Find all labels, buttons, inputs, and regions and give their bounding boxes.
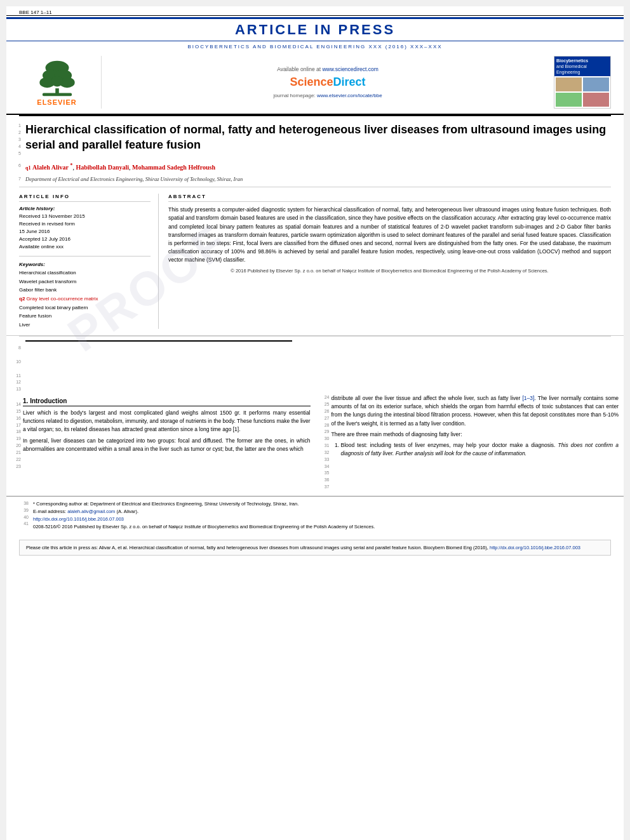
intro-para2: In general, liver diseases can be catego…	[23, 437, 311, 453]
abstract-heading: ABSTRACT	[168, 194, 611, 202]
body-left-linenums: 14 15 16 17 18 19 20 21 22 23	[11, 394, 23, 491]
body-right-linenums: 24 25 26 27 28 29 30 31 32 33 34 35 36 3…	[320, 394, 332, 491]
keywords-label: Keywords:	[19, 262, 151, 267]
page: PROOF BBE 147 1–11 ARTICLE IN PRESS BIOC…	[6, 6, 624, 840]
citation-box: Please cite this article in press as: Al…	[19, 540, 611, 556]
issn-text: 0208-5216/© 2016 Published by Elsevier S…	[33, 523, 611, 531]
authors-line: q1 Alaleh Alivar *, Habibollah Danyali, …	[25, 163, 619, 171]
journal-thumb-2	[583, 77, 609, 91]
doi-link[interactable]: http://dx.doi.org/10.1016/j.bbe.2016.07.…	[33, 516, 124, 522]
journal-thumb-1	[556, 77, 582, 91]
affiliation: Department of Electrical and Electronics…	[25, 176, 619, 182]
journal-thumb-4	[583, 93, 609, 107]
elsevier-text: ELSEVIER	[37, 98, 76, 106]
citation-doi-link[interactable]: http://dx.doi.org/10.1016/j.bbe.2016.07.…	[490, 545, 580, 550]
citation-text: Please cite this article in press as: Al…	[26, 544, 604, 551]
header-center: Available online at www.sciencedirect.co…	[102, 56, 554, 109]
received-date: Received 13 November 2015	[19, 213, 151, 220]
copyright-text: © 2016 Published by Elsevier Sp. z o.o. …	[168, 268, 611, 275]
available-online-text: Available online at www.sciencedirect.co…	[277, 66, 379, 72]
journal-thumb-3	[556, 93, 582, 107]
intro-section-title: 1. Introduction	[23, 397, 311, 406]
journal-name-bar: BIOCYBERNETICS AND BIOMEDICAL ENGINEERIN…	[6, 43, 624, 51]
intro-para-right1: distribute all over the liver tissue and…	[332, 394, 619, 428]
abstract-text: This study presents a computer-aided dia…	[168, 206, 611, 264]
q1-marker: q1	[25, 165, 30, 171]
keyword-0: Hierarchical classification	[19, 269, 151, 277]
elsevier-logo: ELSEVIER	[19, 56, 102, 109]
keyword-2: Gabor filter bank	[19, 286, 151, 295]
journal-homepage-link[interactable]: www.elsevier.com/locate/bbe	[317, 93, 382, 98]
intro-para1: Liver which is the body's largest and mo…	[23, 409, 311, 434]
keyword-1: Wavelet packet transform	[19, 277, 151, 286]
journal-homepage: journal homepage: www.elsevier.com/locat…	[273, 93, 382, 98]
keyword-3: q2 Gray level co-occurrence matrix	[19, 295, 151, 303]
aip-banner: ARTICLE IN PRESS	[6, 17, 624, 41]
elsevier-tree-icon	[29, 59, 86, 97]
article-info-heading: ARTICLE INFO	[19, 194, 151, 202]
footer-linenums: 38 39 40 41	[19, 500, 30, 531]
email-link[interactable]: alaleh.aliv@gmail.com	[67, 509, 115, 514]
article-info-section: ARTICLE INFO Article history: Received 1…	[6, 187, 624, 336]
email-note: E-mail address: alaleh.aliv@gmail.com (A…	[33, 508, 611, 516]
keyword-4: Completed local binary pattern	[19, 303, 151, 312]
corresponding-author-note: * Corresponding author at: Department of…	[33, 500, 611, 508]
svg-rect-7	[42, 93, 71, 96]
revised-date: 15 June 2016	[19, 228, 151, 236]
keywords-list: Hierarchical classification Wavelet pack…	[19, 269, 151, 329]
line-numbers-affil: 7	[11, 176, 23, 183]
journal-logo-top: Biocybernetics and Biomedical Engineerin…	[554, 57, 610, 76]
available-date: Available online xxx	[19, 243, 151, 251]
aip-text: ARTICLE IN PRESS	[6, 22, 624, 38]
list-item-1: Blood test: including tests of liver enz…	[341, 441, 619, 458]
q2-marker: q2	[19, 296, 25, 302]
line-numbers-authors: 6	[11, 163, 23, 173]
spacer-line-numbers: 8 10 11 12 13	[11, 338, 23, 393]
body-col-right: distribute all over the liver tissue and…	[332, 394, 619, 491]
ref-1-3-link[interactable]: [1–3]	[522, 395, 534, 401]
svg-point-6	[51, 76, 62, 86]
methods-list: Blood test: including tests of liver enz…	[332, 441, 619, 458]
article-info-col: ARTICLE INFO Article history: Received 1…	[19, 194, 159, 329]
keyword-6: Liver	[19, 321, 151, 330]
intro-para-right2: There are three main methods of diagnosi…	[332, 430, 619, 439]
paper-title: Hierarchical classification of normal, f…	[25, 123, 619, 152]
sciencedirect-logo: ScienceDirect	[290, 76, 365, 89]
doi-link-line: http://dx.doi.org/10.1016/j.bbe.2016.07.…	[33, 516, 611, 523]
body-col-left: 1. Introduction Liver which is the body'…	[23, 394, 311, 491]
header-section: ELSEVIER Available online at www.science…	[6, 51, 624, 115]
history-label: Article history:	[19, 206, 151, 211]
revised-label: Received in revised form	[19, 220, 151, 228]
doc-id: BBE 147 1–11	[19, 10, 52, 15]
body-section-container: 14 15 16 17 18 19 20 21 22 23 1. Introdu…	[6, 394, 624, 491]
top-bar: BBE 147 1–11	[6, 6, 624, 16]
footer-notes: 38 39 40 41 * Corresponding author at: D…	[6, 496, 624, 535]
sciencedirect-url[interactable]: www.sciencedirect.com	[322, 66, 378, 72]
keyword-5: Feature fusion	[19, 312, 151, 321]
journal-logo-images	[554, 76, 610, 108]
accepted-date: Accepted 12 July 2016	[19, 236, 151, 243]
abstract-col: ABSTRACT This study presents a computer-…	[168, 194, 611, 329]
journal-logo-right: Biocybernetics and Biomedical Engineerin…	[554, 56, 611, 109]
line-numbers-title: 1 2 3 4 5	[11, 123, 23, 157]
